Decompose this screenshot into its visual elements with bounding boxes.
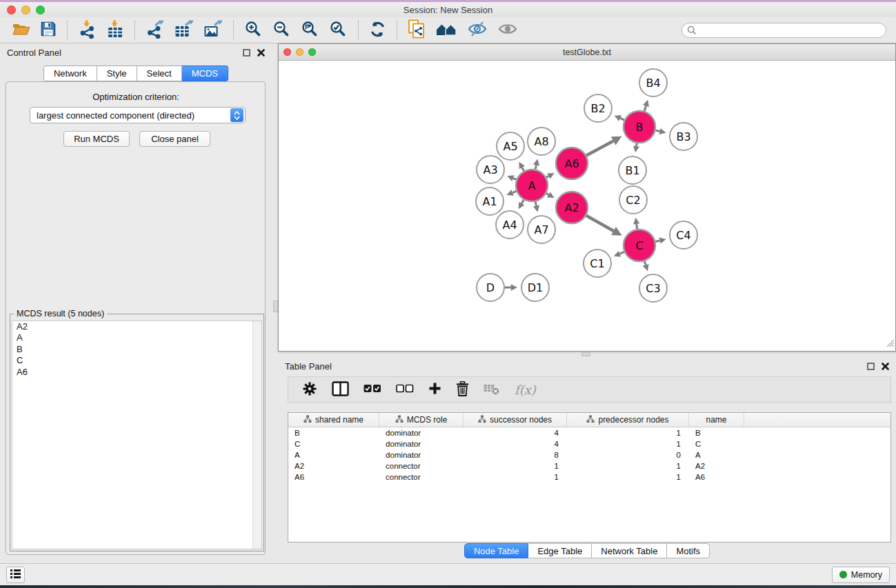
vertical-split-handle[interactable] — [273, 301, 278, 312]
graph-edge-B-B4[interactable] — [644, 106, 646, 111]
node-table[interactable]: shared nameMCDS rolesuccessor nodesprede… — [288, 412, 891, 543]
export-network-button[interactable] — [144, 19, 166, 41]
zoom-fit-button[interactable] — [299, 19, 321, 41]
graph-edge-A-A7[interactable] — [535, 201, 536, 205]
table-row[interactable]: A6connector11A6 — [288, 472, 890, 483]
resize-grip-icon[interactable] — [886, 338, 895, 350]
table-row[interactable]: Cdominator41C — [288, 438, 890, 449]
table-header-row[interactable]: shared nameMCDS rolesuccessor nodesprede… — [288, 413, 890, 427]
graph-edge-A-A5[interactable] — [522, 168, 524, 171]
select-all-button[interactable] — [359, 383, 386, 396]
import-table-button[interactable] — [105, 19, 126, 41]
toolbar-separator — [233, 21, 234, 40]
table-cell: 1 — [464, 462, 567, 470]
criterion-select[interactable]: largest connected component (directed) — [30, 107, 246, 123]
tab-edge-table[interactable]: Edge Table — [528, 543, 592, 558]
zoom-selected-button[interactable] — [328, 19, 349, 41]
graph-edge-B-B2[interactable] — [620, 118, 624, 120]
tab-style[interactable]: Style — [97, 65, 137, 81]
first-neighbors-button[interactable] — [434, 19, 459, 41]
search-icon — [687, 26, 697, 38]
column-header-name[interactable]: name — [689, 413, 744, 427]
graph-edge-A-A6[interactable] — [546, 176, 548, 178]
search-input[interactable] — [681, 23, 886, 38]
float-panel-button[interactable] — [243, 49, 250, 57]
close-table-panel-button[interactable] — [882, 363, 889, 370]
table-panel-tabs: Node TableEdge TableNetwork TableMotifs — [278, 543, 896, 558]
export-table-button[interactable] — [173, 19, 195, 41]
column-header-MCDS-role[interactable]: MCDS role — [379, 413, 464, 427]
zoom-in-button[interactable] — [243, 19, 264, 41]
tab-network[interactable]: Network — [43, 65, 97, 81]
mcds-result-item[interactable]: C — [12, 355, 261, 366]
graph-edge-A6-B[interactable] — [586, 141, 613, 155]
float-table-panel-button[interactable] — [867, 363, 875, 370]
delete-column-button[interactable] — [452, 380, 473, 400]
tab-network-table[interactable]: Network Table — [592, 543, 667, 558]
table-cell: A6 — [689, 473, 744, 481]
mcds-result-item[interactable]: A6 — [12, 367, 261, 378]
close-panel-button[interactable] — [257, 49, 265, 57]
graph-edge-A-A8[interactable] — [535, 165, 536, 169]
create-column-button[interactable] — [424, 381, 446, 398]
horizontal-split-handle[interactable] — [581, 352, 590, 356]
network-canvas[interactable]: B4B2BB3A8A5A6A3B1AA1C2A2A4A7C4CC1DD1C3 — [279, 61, 895, 351]
table-settings-button[interactable] — [298, 380, 321, 400]
show-hide-button[interactable] — [466, 19, 489, 41]
table-row[interactable]: Adominator80A — [288, 449, 890, 460]
graph-edge-C-C4[interactable] — [655, 241, 659, 241]
table-row[interactable]: A2connector11A2 — [288, 460, 890, 472]
open-session-button[interactable] — [10, 19, 32, 41]
tab-select[interactable]: Select — [137, 65, 182, 81]
tab-node-table[interactable]: Node Table — [464, 543, 529, 558]
close-panel-button-mcds[interactable]: Close panel — [139, 131, 210, 147]
graph-edge-A-A1[interactable] — [512, 191, 517, 192]
clone-network-button[interactable] — [406, 19, 427, 41]
graph-edge-C-C2[interactable] — [637, 224, 637, 229]
table-cell: A — [288, 451, 379, 459]
graph-edge-C-C3[interactable] — [644, 261, 646, 265]
column-header-shared-name[interactable]: shared name — [288, 413, 379, 427]
graph-edge-B-B3[interactable] — [655, 130, 659, 131]
mcds-result-list[interactable]: A2ABCA6 — [12, 321, 262, 549]
table-row[interactable]: Bdominator41B — [288, 427, 890, 438]
network-window-titlebar[interactable]: testGlobe.txt — [279, 44, 895, 61]
deselect-all-button[interactable] — [392, 383, 418, 396]
table-cell: 1 — [567, 429, 689, 437]
mcds-result-item[interactable]: A2 — [12, 321, 261, 332]
show-column-button[interactable] — [328, 380, 353, 400]
column-header-successor-nodes[interactable]: successor nodes — [464, 413, 567, 427]
run-mcds-button[interactable]: Run MCDS — [63, 131, 130, 147]
column-header-predecessor-nodes[interactable]: predecessor nodes — [567, 413, 689, 427]
refresh-layout-button[interactable] — [368, 19, 388, 41]
mcds-result-item[interactable]: B — [12, 344, 261, 355]
mcds-list-scrollbar[interactable] — [252, 321, 261, 549]
table-cell: dominator — [379, 440, 464, 448]
graph-edge-A-A4[interactable] — [521, 200, 524, 203]
mcds-result-item[interactable]: A — [12, 332, 261, 343]
table-cell: 4 — [464, 429, 567, 437]
graph-edge-A2-C[interactable] — [586, 216, 614, 231]
graph-edge-A-A2[interactable] — [546, 194, 548, 195]
tab-motifs[interactable]: Motifs — [667, 543, 710, 558]
save-session-button[interactable] — [39, 19, 58, 41]
toolbar-separator — [358, 21, 359, 40]
table-cell: A2 — [689, 462, 744, 470]
graph-edge-C-C1[interactable] — [619, 252, 624, 254]
memory-button[interactable]: Memory — [832, 567, 890, 583]
table-cell: A — [689, 451, 744, 459]
graph-edge-B-B1[interactable] — [637, 143, 637, 146]
mcds-result-title: MCDS result (5 nodes) — [14, 309, 107, 318]
import-network-button[interactable] — [77, 19, 98, 41]
zoom-out-button[interactable] — [271, 19, 292, 41]
task-history-button[interactable] — [6, 567, 25, 583]
tab-mcds[interactable]: MCDS — [182, 65, 228, 81]
table-cell: dominator — [379, 429, 464, 437]
plus-icon — [428, 382, 441, 397]
network-graph[interactable]: B4B2BB3A8A5A6A3B1AA1C2A2A4A7C4CC1DD1C3 — [279, 61, 895, 351]
checkboxes-checked-icon — [364, 384, 381, 395]
graph-edge-A-A3[interactable] — [513, 179, 517, 180]
zoom-in-icon — [244, 20, 263, 41]
export-image-button[interactable] — [202, 19, 224, 41]
toolbar-separator — [135, 21, 135, 40]
